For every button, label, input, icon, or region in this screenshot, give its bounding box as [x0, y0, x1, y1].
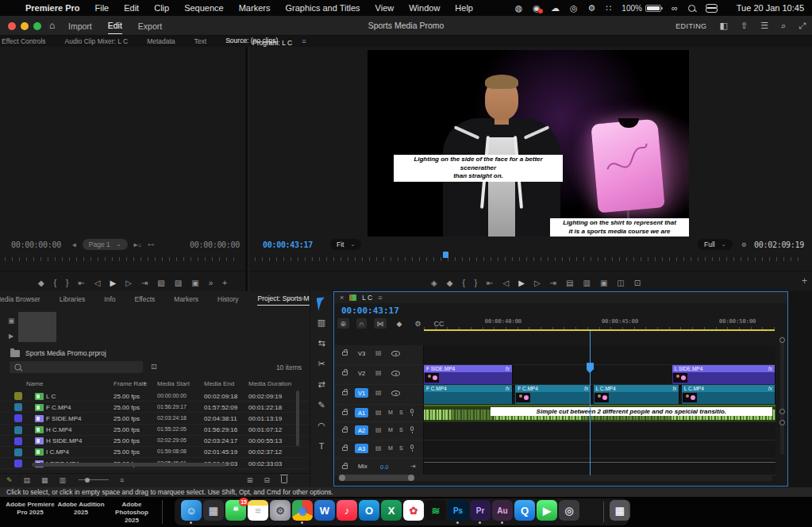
column-media-duration[interactable]: Media Duration: [248, 380, 291, 387]
dock-icon-quicktime[interactable]: Q: [514, 500, 535, 521]
airpods-icon[interactable]: ∷: [606, 4, 611, 13]
dock-icon-excel[interactable]: X: [381, 500, 402, 521]
project-row-f-c-mp4[interactable]: F C.MP425.00 fps01:56:29:1701:57:52:0900…: [0, 402, 310, 413]
menu-item-file[interactable]: File: [94, 3, 109, 13]
add-button[interactable]: +: [802, 275, 807, 287]
tab-effects[interactable]: Effects: [134, 294, 155, 306]
label-color-chip[interactable]: [14, 426, 22, 434]
dock-icon-outlook[interactable]: O: [359, 500, 379, 521]
step-forward-icon[interactable]: ▷: [534, 279, 541, 287]
settings-wrench-icon[interactable]: ⚙: [742, 240, 746, 248]
linked-selection-icon[interactable]: ⋈: [374, 318, 387, 329]
lift-marker-icon[interactable]: ◈: [431, 279, 437, 287]
toggle-track-output-icon[interactable]: [391, 351, 400, 356]
dock-icon-trash[interactable]: ▦: [610, 500, 630, 521]
camera-recording-icon[interactable]: ◉: [533, 4, 541, 13]
lock-icon[interactable]: [342, 447, 348, 451]
column-media-start[interactable]: Media Start: [157, 380, 190, 387]
lock-icon[interactable]: [342, 391, 348, 395]
tab-audio-clip-mixer-l-c[interactable]: Audio Clip Mixer: L C: [65, 36, 129, 48]
mark-out-icon[interactable]: }: [475, 279, 477, 287]
add-icon[interactable]: +: [222, 279, 227, 287]
quick-search-icon[interactable]: ⌕: [781, 21, 786, 31]
overwrite-icon[interactable]: ▨: [175, 279, 182, 287]
new-bin-icon[interactable]: ⊞: [247, 476, 253, 484]
label-color-chip[interactable]: [14, 448, 22, 456]
label-color-chip[interactable]: [14, 460, 22, 467]
mark-in-icon[interactable]: {: [462, 279, 464, 287]
menu-item-window[interactable]: Window: [409, 3, 440, 13]
column-frame-rate[interactable]: Frame Rate: [114, 380, 147, 387]
track-content-a1[interactable]: Simple cut between 2 different people an…: [424, 405, 775, 421]
settings-icon[interactable]: ⚙: [587, 4, 595, 13]
label-color-chip[interactable]: [14, 392, 22, 400]
source-patch-icon[interactable]: ▤: [375, 444, 382, 452]
list-view-icon[interactable]: ▤: [24, 476, 31, 484]
sort-ascending-icon[interactable]: ↑: [143, 380, 146, 387]
voiceover-record-icon[interactable]: [410, 409, 414, 414]
mute-button[interactable]: M: [388, 410, 393, 415]
clip-l-side-mp4[interactable]: L SIDE.MP4fx: [672, 365, 775, 384]
clip-f-side-mp4[interactable]: F SIDE.MP4fx: [424, 365, 513, 384]
battery-indicator[interactable]: 100%: [622, 4, 661, 13]
solo-button[interactable]: S: [399, 410, 403, 415]
share-icon[interactable]: ⇧: [741, 21, 748, 31]
project-row-i-c-mp4[interactable]: I C.MP425.00 fps01:59:08:0802:01:45:1900…: [0, 447, 310, 458]
source-patch-icon[interactable]: ▤: [375, 389, 382, 396]
timeline-horizontal-scrollbar[interactable]: [337, 475, 772, 481]
source-patch-icon[interactable]: ▤: [375, 349, 382, 356]
pen-tool[interactable]: ✎: [317, 401, 325, 412]
type-tool[interactable]: T: [319, 442, 325, 453]
hand-tool[interactable]: ◠: [317, 421, 325, 433]
panel-menu-icon[interactable]: ≡: [378, 294, 382, 302]
lift-icon[interactable]: ▤: [566, 279, 573, 287]
extract-icon[interactable]: ▥: [583, 279, 590, 287]
fader-icon[interactable]: ⇥: [410, 463, 416, 470]
selection-tool[interactable]: [317, 298, 325, 309]
prev-caption-icon[interactable]: ◀: [72, 241, 76, 248]
next-caption-icon[interactable]: ▶▫: [134, 241, 142, 248]
project-row-h-c-mp4[interactable]: H C.MP425.00 fps01:55:22:0501:56:29:1600…: [0, 425, 310, 436]
more-tabs-icon[interactable]: »: [301, 294, 305, 302]
dock-icon-photoshop[interactable]: Ps: [448, 500, 468, 521]
lock-icon[interactable]: [342, 411, 348, 415]
project-vertical-scrollbar[interactable]: [296, 390, 299, 446]
lock-icon[interactable]: [342, 352, 348, 356]
track-target-v2[interactable]: V2: [355, 368, 368, 378]
tab-history[interactable]: History: [217, 294, 238, 306]
razor-tool[interactable]: ✂: [317, 360, 325, 371]
step-back-icon[interactable]: ◁: [502, 279, 509, 287]
icon-view-icon[interactable]: ▦: [41, 476, 48, 484]
dock-icon-chrome[interactable]: ◉: [292, 500, 313, 521]
source-patch-icon[interactable]: ▤: [375, 369, 382, 376]
new-item-icon[interactable]: ⊟: [264, 476, 270, 484]
mini-playhead[interactable]: [443, 252, 448, 258]
link-icon[interactable]: ∞: [672, 4, 678, 13]
dock-icon-system-settings[interactable]: ⚙: [270, 500, 291, 521]
zoom-level-dropdown[interactable]: Fit⌄: [330, 239, 361, 250]
tab-media-browser[interactable]: Media Browser: [0, 294, 40, 306]
dock-icon-word[interactable]: W: [314, 500, 335, 521]
project-row-h-side-mp4[interactable]: H SIDE.MP425.00 fps02:02:29:0502:03:24:1…: [0, 436, 310, 447]
solo-button[interactable]: S: [399, 445, 403, 451]
workspace-label[interactable]: EDITING: [675, 22, 706, 30]
track-target-v3[interactable]: V3: [355, 348, 368, 358]
mute-button[interactable]: M: [388, 427, 393, 433]
playback-resolution-dropdown[interactable]: Full⌄: [698, 239, 733, 250]
track-content-v3[interactable]: [424, 345, 775, 364]
source-patch-icon[interactable]: ▤: [375, 409, 382, 416]
clip-l-c-mp4[interactable]: L C.MP4fx: [594, 385, 680, 404]
thumbnail-play-icon[interactable]: ▶: [9, 333, 13, 340]
screen-mirroring-icon[interactable]: ◍: [515, 4, 523, 13]
track-content-a2[interactable]: [424, 422, 775, 440]
lock-icon[interactable]: [342, 429, 348, 433]
tab-metadata[interactable]: Metadata: [147, 36, 175, 48]
source-patch-icon[interactable]: ▤: [375, 426, 382, 433]
voiceover-record-icon[interactable]: [410, 444, 414, 449]
play-icon[interactable]: ▶: [518, 279, 525, 287]
slip-tool[interactable]: ⇄: [317, 380, 325, 391]
dock-icon-photo-booth[interactable]: ◎: [559, 500, 579, 521]
caption-track-icon[interactable]: ⊷: [148, 241, 154, 248]
timeline-settings-icon[interactable]: ⚙: [412, 318, 424, 329]
more-tabs-icon[interactable]: »: [242, 37, 246, 45]
